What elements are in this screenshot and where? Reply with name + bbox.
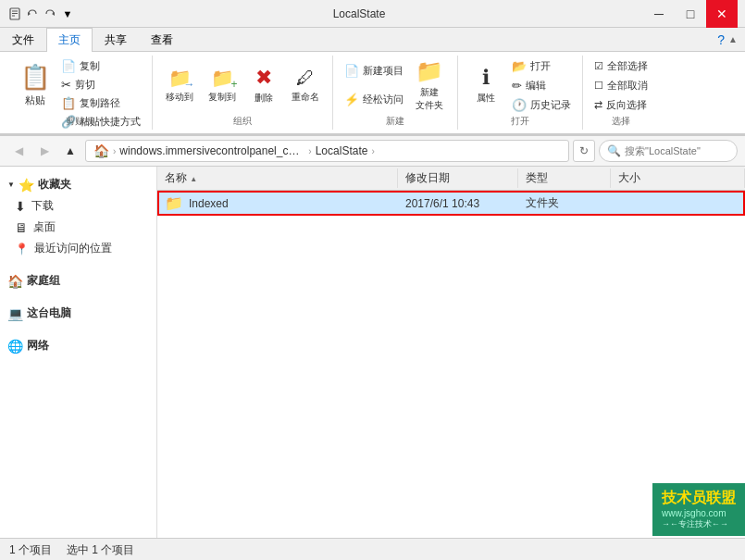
folder-icon: 📁 <box>165 194 183 212</box>
network-label: 网络 <box>27 338 49 354</box>
homegroup-icon: 🏠 <box>7 274 23 289</box>
sidebar-item-downloads[interactable]: ⬇ 下载 <box>0 195 156 217</box>
recent-label: 最近访问的位置 <box>34 241 112 256</box>
edit-button[interactable]: ✏ 编辑 <box>508 77 575 94</box>
easy-access-icon: ⚡ <box>344 93 359 106</box>
sidebar-item-desktop[interactable]: 🖥 桌面 <box>0 217 156 238</box>
open-buttons: ℹ 属性 📂 打开 ✏ 编辑 🕐 历史记录 <box>466 57 575 113</box>
organize-buttons: 📁 → 移动到 📁 + 复制到 ✖ 删除 <box>160 57 325 113</box>
paste-icon: 📋 <box>20 63 50 92</box>
back-button[interactable]: ◀ <box>7 140 30 162</box>
selected-count: 选中 1 个项目 <box>67 542 134 558</box>
properties-button[interactable]: ℹ 属性 <box>466 57 506 113</box>
invert-select-button[interactable]: ⇄ 反向选择 <box>590 96 652 114</box>
address-sep-3: › <box>371 146 374 156</box>
address-sep-1: › <box>113 146 116 156</box>
star-icon: ⭐ <box>19 178 34 193</box>
cut-button[interactable]: ✂ 剪切 <box>57 76 144 93</box>
qa-undo-icon[interactable] <box>25 6 40 21</box>
desktop-icon: 🖥 <box>15 220 28 235</box>
ribbon: 文件 主页 共享 查看 ? ▲ 📋 粘贴 📄 复制 <box>0 28 745 136</box>
sidebar-item-favorites[interactable]: ▼ ⭐ 收藏夹 <box>0 174 156 195</box>
refresh-button[interactable]: ↻ <box>573 140 595 162</box>
sidebar-item-recent[interactable]: 📍 最近访问的位置 <box>0 238 156 259</box>
file-cell-date: 2017/6/1 10:43 <box>398 195 518 212</box>
file-cell-size <box>611 202 745 205</box>
status-bar: 1 个项目 选中 1 个项目 <box>0 538 745 560</box>
rename-button[interactable]: 🖊 重命名 <box>286 57 325 113</box>
minimize-button[interactable]: ─ <box>643 0 675 28</box>
new-item-button[interactable]: 📄 新建项目 <box>341 62 407 80</box>
collapse-ribbon-icon[interactable]: ▲ <box>728 34 738 44</box>
help-icon[interactable]: ? <box>717 32 725 47</box>
sidebar-section-thispc: 💻 这台电脑 <box>0 303 156 324</box>
close-button[interactable]: ✕ <box>706 0 738 28</box>
copy-to-button[interactable]: 📁 + 复制到 <box>203 57 242 113</box>
open-label: 打开 <box>511 113 529 128</box>
open-button[interactable]: 📂 打开 <box>508 57 575 75</box>
thispc-label: 这台电脑 <box>27 305 71 321</box>
select-all-icon: ☑ <box>594 60 603 72</box>
address-bar-container: ◀ ▶ ▲ 🏠 › windows.immersivecontrolpanel_… <box>0 136 745 167</box>
new-buttons: 📄 新建项目 ⚡ 经松访问 📁 新建 文件夹 <box>341 57 450 113</box>
table-row[interactable]: 📁 Indexed 2017/6/1 10:43 文件夹 <box>157 191 745 216</box>
sidebar-section-homegroup: 🏠 家庭组 <box>0 270 156 292</box>
tab-file[interactable]: 文件 <box>0 28 46 52</box>
move-to-button[interactable]: 📁 → 移动到 <box>160 57 199 113</box>
watermark-subtitle: www.jsgho.com <box>662 508 736 518</box>
forward-button[interactable]: ▶ <box>33 140 56 162</box>
new-label: 新建 <box>386 113 404 128</box>
tab-home[interactable]: 主页 <box>46 28 93 52</box>
open-small-buttons: 📂 打开 ✏ 编辑 🕐 历史记录 <box>508 57 575 113</box>
column-header-size[interactable]: 大小 <box>611 168 745 188</box>
copy-path-button[interactable]: 📋 复制路径 <box>57 94 144 112</box>
qa-redo-icon[interactable] <box>43 6 57 21</box>
ribbon-group-organize: 📁 → 移动到 📁 + 复制到 ✖ 删除 <box>153 56 333 130</box>
address-part-2[interactable]: LocalState <box>316 144 368 157</box>
maximize-button[interactable]: □ <box>675 0 706 28</box>
address-sep-2: › <box>308 146 311 156</box>
column-header-name[interactable]: 名称 ▲ <box>157 168 398 188</box>
file-cell-name: 📁 Indexed <box>157 193 398 214</box>
sidebar-item-homegroup[interactable]: 🏠 家庭组 <box>0 270 156 292</box>
favorites-label: 收藏夹 <box>38 177 71 193</box>
sidebar-item-network[interactable]: 🌐 网络 <box>0 335 156 356</box>
search-input[interactable] <box>625 145 717 156</box>
item-count: 1 个项目 <box>9 542 52 558</box>
edit-icon: ✏ <box>512 79 522 93</box>
downloads-icon: ⬇ <box>15 199 26 214</box>
sidebar-section-network: 🌐 网络 <box>0 335 156 356</box>
paste-button[interactable]: 📋 粘贴 <box>15 57 56 113</box>
file-list-header: 名称 ▲ 修改日期 类型 大小 <box>157 167 745 191</box>
select-all-button[interactable]: ☑ 全部选择 <box>590 57 652 75</box>
qa-properties-icon[interactable] <box>7 6 22 21</box>
ribbon-tabs: 文件 主页 共享 查看 ? ▲ <box>0 28 745 52</box>
new-folder-icon: 📁 <box>416 58 443 84</box>
quick-access-toolbar: ▼ <box>7 6 75 21</box>
watermark-tagline: →←专注技术←→ <box>662 518 736 530</box>
qa-dropdown-icon[interactable]: ▼ <box>60 6 75 21</box>
file-list: 名称 ▲ 修改日期 类型 大小 📁 Indexed 2017/6/1 10:43… <box>157 167 745 538</box>
ribbon-group-clipboard: 📋 粘贴 📄 复制 ✂ 剪切 📋 复制路径 <box>7 56 153 130</box>
clipboard-buttons: 📋 粘贴 📄 复制 ✂ 剪切 📋 复制路径 <box>15 57 144 113</box>
open-icon: 📂 <box>512 59 527 73</box>
select-none-button[interactable]: ☐ 全部取消 <box>590 77 652 94</box>
column-header-date[interactable]: 修改日期 <box>398 168 518 188</box>
tab-share[interactable]: 共享 <box>93 28 139 52</box>
search-box[interactable]: 🔍 <box>599 140 738 162</box>
sidebar-item-thispc[interactable]: 💻 这台电脑 <box>0 303 156 324</box>
delete-button[interactable]: ✖ 删除 <box>245 57 282 113</box>
history-icon: 🕐 <box>512 98 527 112</box>
file-name: Indexed <box>189 197 229 210</box>
new-item-icon: 📄 <box>344 64 359 78</box>
history-button[interactable]: 🕐 历史记录 <box>508 96 575 114</box>
column-header-type[interactable]: 类型 <box>518 168 611 188</box>
up-button[interactable]: ▲ <box>59 140 81 162</box>
copy-button[interactable]: 📄 复制 <box>57 57 144 75</box>
address-part-1[interactable]: windows.immersivecontrolpanel_cw5n1h2txy… <box>119 144 304 157</box>
new-folder-button[interactable]: 📁 新建 文件夹 <box>409 57 450 113</box>
sidebar: ▼ ⭐ 收藏夹 ⬇ 下载 🖥 桌面 📍 最近访问的位置 🏠 家庭组 <box>0 167 157 538</box>
easy-access-button[interactable]: ⚡ 经松访问 <box>341 91 407 108</box>
address-bar[interactable]: 🏠 › windows.immersivecontrolpanel_cw5n1h… <box>85 140 569 162</box>
tab-view[interactable]: 查看 <box>139 28 185 52</box>
